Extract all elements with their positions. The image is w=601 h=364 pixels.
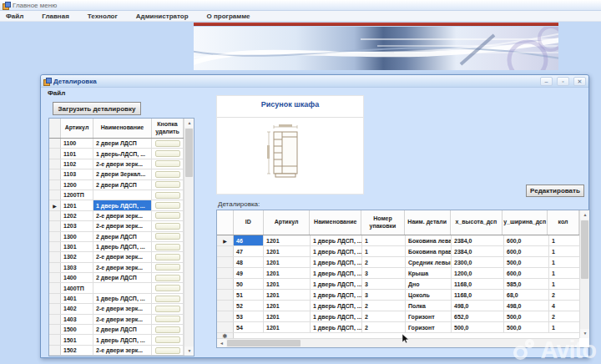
qty-cell[interactable]: 1 [549,257,579,267]
row-selector[interactable] [49,180,61,190]
articul-cell[interactable]: 1402 [61,304,93,313]
name-cell[interactable]: 2-е двери зерк... [93,159,152,169]
scroll-up-icon[interactable]: ▲ [184,119,194,128]
detail-menu-file[interactable]: Файл [48,89,65,97]
name-cell[interactable]: 2-е двери зерк... [93,263,152,272]
name-cell[interactable]: 2 двери ЛДСП [93,139,152,148]
delete-button[interactable] [155,181,180,188]
delete-button[interactable] [155,336,180,343]
delete-button[interactable] [155,244,180,250]
table-row[interactable]: 15022-е двери зерк... [49,346,184,356]
delete-button[interactable] [155,264,180,270]
height-cell[interactable]: 2384,0 [452,246,504,256]
articul-cell[interactable]: 1101 [61,149,93,158]
table-row[interactable]: 14011 дверь ЛДСП, ... [49,294,184,304]
articul-cell[interactable]: 1201 [264,301,311,311]
name-cell[interactable]: 1 дверь ЛДСП, ... [311,290,362,300]
edit-button[interactable]: Редактировать [526,185,584,197]
part-name-cell[interactable]: Боковина левая [406,235,452,245]
qty-cell[interactable]: 2 [549,290,579,300]
articul-cell[interactable]: 1200 [61,180,93,190]
id-cell[interactable]: 46 [234,235,264,245]
row-selector[interactable] [49,335,61,344]
scroll-thumb[interactable] [227,340,300,346]
delete-button[interactable] [155,326,180,333]
column-header-name[interactable]: Наименование [310,210,361,235]
scroll-down-icon[interactable]: ▼ [184,346,194,356]
name-cell[interactable]: 1 дверь ЛДСП, ... [311,279,362,289]
menu-about[interactable]: О программе [207,13,260,20]
table-row[interactable]: 12022-е двери зерк... [49,211,184,221]
table-row[interactable]: 5012011 дверь ЛДСП, ...3Дно1168,0585,01 [217,279,579,290]
name-cell[interactable]: 1 дверь ЛДСП, ... [311,268,362,278]
name-cell[interactable]: 2 двери ЛДСП [93,232,152,241]
row-selector[interactable] [49,232,61,241]
row-selector[interactable] [217,268,234,278]
qty-cell[interactable]: 2 [549,311,579,321]
row-selector[interactable] [217,290,234,300]
row-selector[interactable] [217,301,234,311]
articul-cell[interactable]: 1100 [61,139,93,148]
name-cell[interactable]: 1 дверь ЛДСП, ... [311,235,362,245]
table-row[interactable]: 5112011 дверь ЛДСП, ...3Цоколь1168,068,0… [217,290,579,301]
column-header-package[interactable]: Номер упаковки [361,210,405,235]
delete-button[interactable] [155,171,180,178]
articul-cell[interactable]: 1302 [61,252,93,261]
name-cell[interactable]: 2-е двери зерк... [93,221,152,230]
row-selector[interactable] [49,242,61,251]
articul-cell[interactable]: 1203 [61,221,93,230]
name-cell[interactable]: 1 дверь ЛДСП, ... [93,242,152,251]
delete-button[interactable] [155,296,180,302]
delete-button[interactable] [155,150,180,157]
table-row[interactable]: 14022-е двери зерк... [49,304,184,314]
width-cell[interactable]: 600,0 [504,235,549,245]
menu-file[interactable]: Файл [6,13,33,20]
table-row[interactable]: 11032 двери Зеркал... [49,169,184,179]
name-cell[interactable]: 1 дверь ЛДСП, ... [93,200,152,210]
name-cell[interactable]: 2 двери ЛДСП [93,325,152,334]
articul-cell[interactable]: 1400 [61,273,93,282]
width-cell[interactable]: 600,0 [504,268,549,278]
articul-cell[interactable]: 1201 [61,200,93,210]
part-name-cell[interactable]: Боковина прав... [406,246,452,256]
menu-technolog[interactable]: Технолог [88,13,127,20]
table-row[interactable]: 14032-е двери зерк... [49,315,184,325]
delete-button[interactable] [155,275,180,281]
row-selector[interactable] [217,246,234,256]
name-cell[interactable]: 1 дверь ЛДСП, ... [311,246,362,256]
column-header-articul[interactable]: Артикул [61,119,93,138]
articul-cell[interactable]: 1201 [264,290,311,300]
articul-cell[interactable]: 1103 [61,169,93,179]
height-cell[interactable]: 1168,0 [452,279,504,289]
table-row[interactable]: 4912011 дверь ЛДСП, ...3Крыша1200,0600,0… [217,268,579,279]
width-cell[interactable]: 498,0 [504,301,549,311]
height-cell[interactable]: 2300,0 [452,257,504,267]
package-cell[interactable]: 3 [362,290,406,300]
height-cell[interactable]: 1168,0 [452,290,504,300]
articul-cell[interactable]: 1202 [61,211,93,220]
row-selector[interactable] [217,257,234,267]
qty-cell[interactable]: 1 [549,268,579,278]
id-cell[interactable]: 51 [234,290,264,300]
name-cell[interactable] [93,283,152,292]
delete-button[interactable] [155,212,180,219]
row-selector[interactable] [49,190,61,200]
close-button[interactable]: ✕ [573,77,586,86]
current-row-marker-icon[interactable]: ▶ [49,200,61,210]
table-row[interactable]: 14002 двери ЛДСП [49,273,184,283]
delete-button[interactable] [155,202,180,209]
column-header-delete[interactable]: Кнопка удалить [152,119,184,138]
delete-button[interactable] [155,306,180,312]
width-cell[interactable]: 600,0 [504,246,549,256]
package-cell[interactable]: 1 [362,235,406,245]
id-cell[interactable]: 47 [234,246,264,256]
row-selector[interactable] [49,304,61,313]
column-header-height[interactable]: х_высота_дсп [451,210,503,235]
qty-cell[interactable]: 1 [549,246,579,256]
part-name-cell[interactable]: Цоколь [406,290,452,300]
menu-administrator[interactable]: Администратор [136,13,198,20]
column-header-id[interactable]: ID [234,210,264,235]
table-row[interactable]: 5312011 дверь ЛДСП, ...2Горизонт652,0500… [217,311,579,322]
delete-button[interactable] [155,347,180,354]
articul-cell[interactable]: 1400ТП [61,283,93,292]
